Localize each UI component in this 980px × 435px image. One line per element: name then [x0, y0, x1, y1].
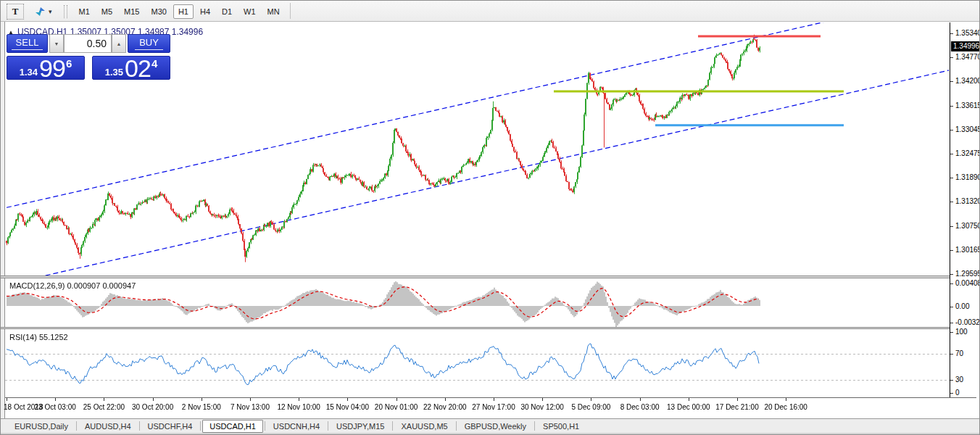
toolbar-separator [290, 3, 291, 19]
axis-tick-mark [950, 130, 953, 130]
tab-separator [76, 421, 77, 431]
chart-tab-audusd-h4[interactable]: AUDUSD,H4 [78, 420, 138, 432]
price-tick-label: 1.31890 [955, 173, 980, 182]
time-axis-label: 25 Oct 22:00 [83, 403, 125, 411]
macd-scale-label: -0.003262 [955, 318, 980, 327]
chart-tab-usdcnh-h4[interactable]: USDCNH,H4 [267, 420, 326, 432]
time-tick-mark [737, 398, 738, 401]
buy-price-digits: 02 [125, 57, 151, 79]
time-tick-mark [250, 398, 251, 401]
volume-increase-button[interactable]: ▲ [112, 34, 126, 53]
price-tick-label: 1.33615 [955, 101, 980, 110]
timeframe-button-h4[interactable]: H4 [195, 4, 215, 19]
tab-separator [392, 421, 393, 431]
text-tool-button[interactable]: T [7, 4, 24, 20]
buy-price-pip: 4 [151, 57, 157, 70]
axis-tick-mark [950, 178, 953, 178]
time-tick-mark [689, 398, 689, 401]
top-toolbar: T ▾ M1M5M15M30H1H4D1W1MN [1, 1, 979, 22]
timeframe-button-m1[interactable]: M1 [74, 4, 95, 19]
timeframe-button-m5[interactable]: M5 [96, 4, 117, 19]
chevron-down-icon: ▾ [49, 8, 52, 15]
time-axis-label: 2 Nov 15:00 [182, 403, 221, 411]
axis-tick-mark [950, 323, 953, 323]
timeframe-button-w1[interactable]: W1 [238, 4, 261, 19]
price-tick-label: 1.30165 [955, 245, 980, 254]
time-tick-mark [396, 398, 397, 401]
axis-tick-mark [950, 154, 953, 154]
time-tick-mark [153, 398, 154, 401]
rsi-scale-label: 0 [955, 388, 960, 397]
triangle-up-icon: ▲ [117, 41, 122, 46]
timeframe-button-mn[interactable]: MN [262, 4, 285, 19]
timeframe-button-h1[interactable]: H1 [173, 4, 194, 19]
chart-tab-usdjpy-m15[interactable]: USDJPY,M15 [330, 420, 391, 432]
chart-tab-eurusd-daily[interactable]: EURUSD,Daily [8, 420, 75, 432]
price-tick-label: 1.30750 [955, 221, 980, 231]
time-axis-label: 30 Oct 20:00 [132, 403, 173, 411]
tab-separator [265, 421, 265, 431]
time-tick-mark [786, 398, 786, 401]
rsi-label: RSI(14) 55.1252 [9, 333, 68, 341]
time-tick-mark [7, 398, 7, 401]
timeframe-button-d1[interactable]: D1 [217, 4, 237, 19]
sell-price-display[interactable]: 1.34 99 6 [7, 56, 85, 80]
price-axis[interactable]: 1.353401.347701.342001.336151.330451.324… [950, 22, 980, 397]
buy-button-label: BUY [135, 37, 163, 50]
toolbar-grip[interactable] [64, 5, 67, 18]
chart-tab-usdcad-h1[interactable]: USDCAD,H1 [202, 420, 263, 433]
macd-pane-canvas[interactable] [5, 278, 950, 327]
rsi-scale-label: 100 [955, 327, 968, 336]
tab-separator [328, 421, 328, 431]
time-axis-label: 20 Nov 01:00 [375, 403, 418, 411]
chart-tabs-bar: EURUSD,DailyAUDUSD,H4USDCHF,H4USDCAD,H1U… [1, 418, 980, 433]
timeframe-toolbar: M1M5M15M30H1H4D1W1MN [73, 4, 286, 19]
buy-price-prefix: 1.35 [105, 67, 123, 78]
tab-separator [534, 421, 535, 431]
buy-price-display[interactable]: 1.35 02 4 [92, 56, 170, 80]
time-tick-mark [640, 398, 641, 401]
timeframe-button-m15[interactable]: M15 [119, 4, 144, 19]
axis-tick-mark [950, 81, 953, 82]
time-axis-label: 7 Nov 13:00 [231, 403, 270, 411]
chart-tab-sp500-h1[interactable]: SP500,H1 [536, 420, 586, 432]
time-tick-mark [55, 398, 56, 401]
text-tool-label: T [12, 6, 19, 17]
tab-separator [139, 421, 140, 431]
triangle-down-icon: ▼ [54, 41, 59, 46]
time-tick-mark [202, 398, 202, 401]
axis-tick-mark [950, 283, 953, 284]
chart-tab-usdchf-h4[interactable]: USDCHF,H4 [141, 420, 199, 432]
axis-tick-mark [950, 202, 953, 202]
chart-tab-xauusd-m5[interactable]: XAUUSD,M5 [394, 420, 454, 432]
price-tick-label: 1.33045 [955, 125, 980, 134]
volume-decrease-button[interactable]: ▼ [49, 34, 64, 53]
price-tick-label: 1.29595 [955, 269, 980, 278]
sell-button-label: SELL [12, 37, 43, 50]
timeframe-button-m30[interactable]: M30 [146, 4, 172, 19]
macd-label: MACD(12,26,9) 0.000907 0.000947 [9, 281, 136, 290]
time-tick-mark [542, 398, 543, 401]
objects-tool-button[interactable]: ▾ [33, 4, 55, 19]
axis-tick-mark [950, 33, 953, 34]
axis-tick-mark [950, 106, 953, 107]
buy-button[interactable]: BUY [128, 34, 170, 53]
time-axis-label: 15 Nov 04:00 [326, 403, 370, 411]
volume-input[interactable] [64, 34, 112, 53]
macd-scale-label: 0.004083 [955, 278, 980, 288]
time-tick-mark [299, 398, 299, 401]
time-axis-label: 22 Nov 20:00 [423, 403, 467, 411]
axis-tick-mark [950, 380, 953, 381]
sell-button[interactable]: SELL [7, 34, 48, 53]
chart-tab-gbpusd-weekly[interactable]: GBPUSD,Weekly [458, 420, 533, 432]
price-tick-label: 1.35340 [955, 28, 980, 38]
axis-tick-mark [950, 307, 953, 307]
axis-tick-mark [950, 274, 953, 275]
time-axis-label: 12 Nov 10:00 [277, 403, 320, 411]
time-axis[interactable]: 18 Oct 201823 Oct 03:0025 Oct 22:0030 Oc… [5, 397, 976, 418]
time-axis-label: 13 Dec 00:00 [667, 403, 710, 411]
current-price-badge: 1.34996 [951, 41, 980, 51]
time-axis-label: 5 Dec 09:00 [571, 403, 610, 411]
axis-tick-mark [950, 332, 953, 333]
rsi-pane-canvas[interactable] [5, 329, 950, 397]
